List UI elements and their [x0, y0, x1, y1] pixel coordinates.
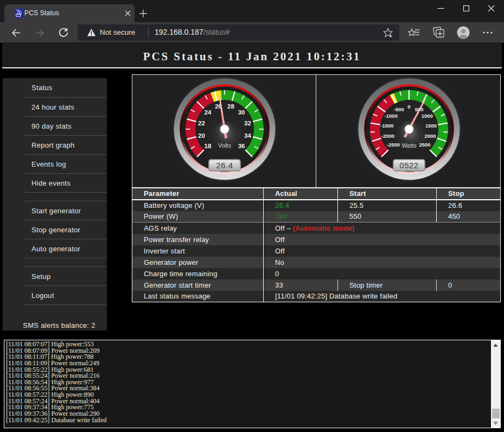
- svg-text:0: 0: [407, 104, 410, 110]
- svg-text:22: 22: [198, 120, 205, 126]
- svg-text:-500: -500: [393, 106, 404, 112]
- svg-text:-1500: -1500: [380, 123, 393, 129]
- svg-text:24: 24: [205, 109, 212, 116]
- svg-text:Volts: Volts: [218, 142, 231, 149]
- svg-text:28: 28: [227, 103, 234, 110]
- svg-text:32: 32: [244, 120, 251, 126]
- svg-text:30: 30: [238, 109, 245, 116]
- svg-text:0522: 0522: [399, 161, 418, 170]
- svg-text:26.4: 26.4: [216, 161, 233, 170]
- svg-text:1500: 1500: [425, 123, 436, 129]
- svg-text:-1000: -1000: [384, 113, 397, 119]
- svg-text:1000: 1000: [421, 113, 432, 119]
- svg-text:-2000: -2000: [381, 133, 394, 139]
- svg-text:Watts: Watts: [401, 142, 417, 149]
- svg-text:20: 20: [198, 132, 205, 139]
- svg-text:34: 34: [244, 132, 251, 139]
- svg-text:18: 18: [205, 143, 212, 149]
